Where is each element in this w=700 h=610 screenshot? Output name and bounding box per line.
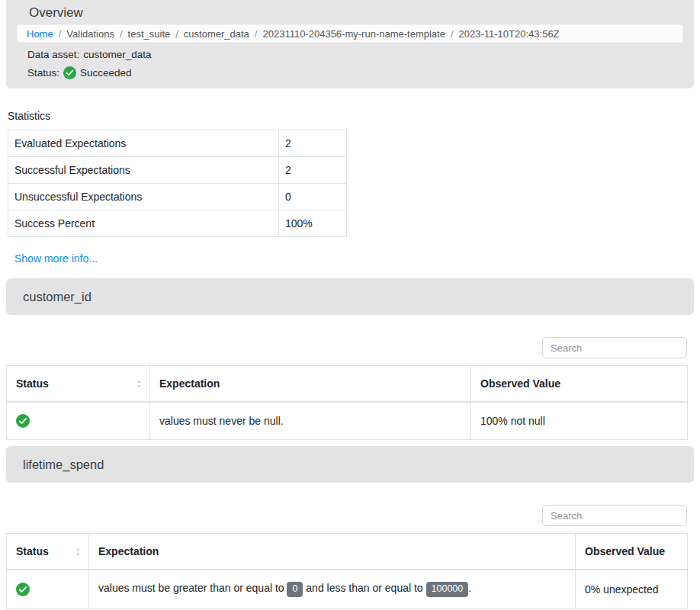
sort-icon[interactable] [75,546,81,557]
stat-label: Unsuccessful Expectations [8,184,279,210]
column-header-observed-value[interactable]: Observed Value [576,534,688,570]
observed-value-cell: 0% unexpected [576,570,688,608]
column-header-expectation[interactable]: Expectation [150,366,471,403]
search-input[interactable] [542,337,687,358]
column-header-status[interactable]: Status [7,534,89,570]
table-header-row: Status Expectation Observed Value [7,534,688,570]
breadcrumb-item-run-name: 20231110-204356-my-run-name-template [262,28,445,40]
expectations-table-lifetime-spend: Status Expectation Observed Value values… [6,533,688,609]
breadcrumb-separator: / [120,28,123,40]
section-header-lifetime-spend[interactable]: lifetime_spend [6,446,694,483]
search-row [6,337,687,358]
column-header-expectation[interactable]: Expectation [89,534,576,570]
expectations-table-customer-id: Status Expectation Observed Value values… [6,365,688,440]
statistics-section: Statistics Evaluated Expectations 2 Succ… [8,110,694,265]
section-header-customer-id[interactable]: customer_id [6,278,694,315]
breadcrumb-separator: / [451,28,454,40]
stat-value: 0 [279,184,347,210]
breadcrumb-item-validations: Validations [66,28,114,40]
show-more-info-link[interactable]: Show more info... [14,252,98,265]
table-row: Success Percent 100% [8,210,347,237]
data-asset-line: Data asset: customer_data [27,49,679,60]
observed-value-cell: 100% not null [471,402,688,440]
expectation-cell: values must never be null. [150,402,471,440]
stat-label: Successful Expectations [8,157,279,184]
stat-label: Evaluated Expectations [8,130,279,157]
max-value-badge: 100000 [426,582,469,597]
table-row: Unsuccessful Expectations 0 [8,184,347,210]
breadcrumb-item-run-time: 2023-11-10T20:43:56Z [459,28,560,40]
search-row [6,505,687,526]
statistics-table: Evaluated Expectations 2 Successful Expe… [8,130,347,237]
breadcrumb-separator: / [175,28,178,40]
breadcrumb-separator: / [59,28,62,40]
breadcrumb-home-link[interactable]: Home [27,28,53,40]
status-cell [7,570,89,608]
check-circle-icon [16,414,30,428]
stat-label: Success Percent [8,210,279,237]
status-label: Status: [27,67,59,79]
check-circle-icon [16,583,30,596]
table-row: values must never be null. 100% not null [7,402,688,440]
search-input[interactable] [542,505,687,526]
table-header-row: Status Expectation Observed Value [7,366,688,403]
breadcrumb-separator: / [255,28,258,40]
breadcrumb: Home / Validations / test_suite / custom… [17,24,683,43]
status-value: Succeeded [80,67,132,79]
stat-value: 100% [279,210,347,237]
status-line: Status: Succeeded [27,66,679,79]
breadcrumb-item-asset: customer_data [184,28,249,40]
sort-icon[interactable] [136,378,142,390]
min-value-badge: 0 [287,582,303,597]
table-row: values must be greater than or equal to … [7,570,688,608]
expectation-cell: values must be greater than or equal to … [89,570,576,608]
breadcrumb-item-suite: test_suite [128,28,171,40]
data-asset-label: Data asset: [27,49,79,60]
stat-value: 2 [279,130,347,157]
column-header-status[interactable]: Status [7,366,150,403]
column-header-observed-value[interactable]: Observed Value [471,366,688,403]
data-asset-value: customer_data [83,49,151,60]
overview-header-panel: Overview Home / Validations / test_suite… [6,0,694,88]
statistics-heading: Statistics [8,110,694,122]
check-circle-icon [63,66,76,79]
table-row: Evaluated Expectations 2 [8,130,347,157]
stat-value: 2 [279,157,347,184]
page-title: Overview [29,5,679,21]
table-row: Successful Expectations 2 [8,157,347,184]
status-cell [7,402,150,440]
